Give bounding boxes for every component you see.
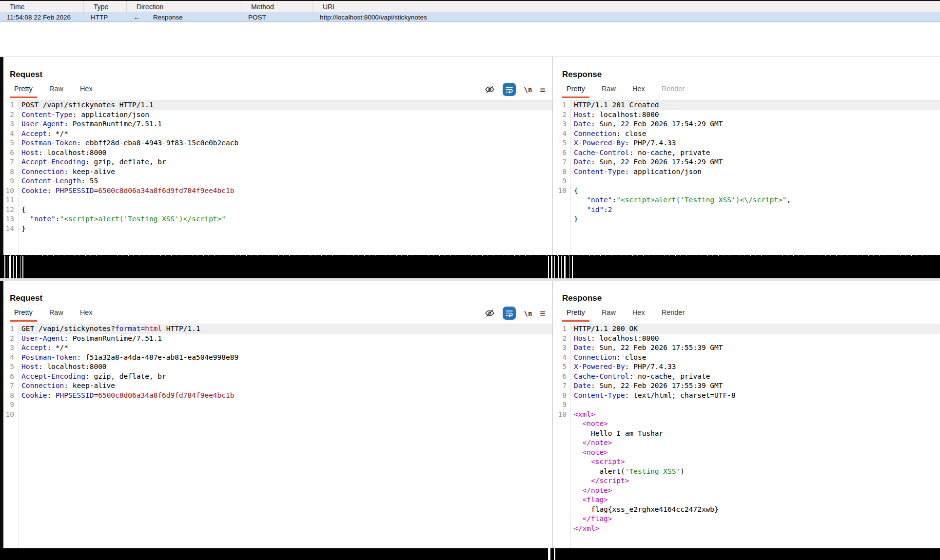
line-number: 10	[3, 186, 18, 196]
line-number: 10	[556, 186, 570, 196]
code-text: X-Powered-By: PHP/7.4.33	[570, 362, 940, 372]
request-response-splitter-bottom[interactable]	[552, 281, 553, 548]
editor-line: 4Connection: close	[556, 129, 940, 139]
response-editor[interactable]: 1HTTP/1.1 201 Created2Host: localhost:80…	[556, 100, 940, 255]
tab-hex[interactable]: Hex	[76, 306, 97, 322]
editor-line: 2User-Agent: PostmanRuntime/7.51.1	[3, 334, 552, 344]
tab-pretty[interactable]: Pretty	[562, 306, 589, 322]
column-header-time[interactable]: Time	[0, 1, 84, 13]
word-wrap-icon[interactable]	[503, 83, 516, 96]
panel-title: Request	[10, 293, 552, 303]
code-text: X-Powered-By: PHP/7.4.33	[570, 138, 940, 148]
code-text: Content-Type: application/json	[570, 167, 940, 177]
line-number: 8	[3, 167, 18, 177]
tab-pretty[interactable]: Pretty	[562, 82, 589, 98]
editor-line: Hello I am Tushar	[556, 429, 940, 439]
line-number: 8	[556, 167, 570, 177]
word-wrap-icon[interactable]	[503, 307, 516, 320]
line-number	[556, 524, 570, 534]
column-header-url[interactable]: URL	[313, 1, 940, 13]
editor-line: 11	[3, 195, 552, 205]
response-editor[interactable]: 1HTTP/1.1 200 OK2Host: localhost:80003Da…	[556, 324, 940, 548]
editor-line: 4Connection: close	[556, 353, 940, 363]
newline-marker-icon[interactable]: \n	[524, 86, 532, 94]
editor-line: 10<xml>	[556, 410, 940, 420]
code-text: </flag>	[570, 514, 940, 524]
tab-raw[interactable]: Raw	[597, 82, 620, 98]
redacted-band-bottom	[0, 548, 940, 560]
tab-raw[interactable]: Raw	[45, 82, 68, 98]
line-number: 12	[3, 205, 18, 215]
editor-line: 6Cache-Control: no-cache, private	[556, 372, 940, 382]
history-row-selected[interactable]: 11:54:08 22 Feb 2026 HTTP ← Response POS…	[0, 13, 940, 21]
top-response-panel: ResponsePrettyRawHexRender1HTTP/1.1 201 …	[556, 57, 940, 255]
tab-render: Render	[657, 82, 689, 98]
editor-line: </xml>	[556, 524, 940, 534]
line-number: 6	[556, 148, 570, 158]
editor-line: 3Date: Sun, 22 Feb 2026 17:54:29 GMT	[556, 119, 940, 129]
panel-title: Request	[10, 70, 552, 79]
request-editor[interactable]: 1GET /vapi/stickynotes?format=html HTTP/…	[3, 324, 552, 548]
code-text: Accept-Encoding: gzip, deflate, br	[18, 372, 552, 382]
cell-url: http://localhost:8000/vapi/stickynotes	[313, 14, 940, 21]
line-number: 2	[3, 110, 18, 120]
line-number: 5	[556, 362, 570, 372]
column-header-type[interactable]: Type	[84, 1, 127, 13]
line-number	[556, 457, 570, 467]
redacted-band-middle	[0, 255, 940, 278]
editor-tab-bar: PrettyRawHex\n≡	[3, 307, 552, 322]
editor-line: 7Connection: keep-alive	[3, 381, 552, 391]
editor-line: 3User-Agent: PostmanRuntime/7.51.1	[3, 119, 552, 129]
left-edge-strip-bottom	[0, 281, 3, 548]
editor-line: 13 "note":"<script>alert('Testing XSS')<…	[3, 214, 552, 224]
request-response-splitter-top[interactable]	[552, 57, 553, 255]
editor-line: 7Date: Sun, 22 Feb 2026 17:55:39 GMT	[556, 381, 940, 391]
code-text: <flag>	[570, 495, 940, 505]
code-text: Date: Sun, 22 Feb 2026 17:55:39 GMT	[570, 343, 940, 353]
code-text: "note":"<script>alert('Testing XSS')<\/s…	[570, 195, 940, 205]
line-number	[556, 505, 570, 515]
code-text: "id":2	[570, 205, 940, 215]
editor-line: 1POST /vapi/stickynotes HTTP/1.1	[3, 100, 552, 110]
code-text	[18, 195, 552, 205]
tab-raw[interactable]: Raw	[597, 306, 620, 322]
hide-nonprintable-icon[interactable]	[485, 308, 495, 318]
editor-menu-icon[interactable]: ≡	[540, 310, 546, 317]
line-number: 7	[556, 157, 570, 167]
editor-line: 1HTTP/1.1 201 Created	[556, 100, 940, 110]
editor-line: <note>	[556, 419, 940, 429]
column-header-direction[interactable]: Direction	[127, 1, 241, 13]
newline-marker-icon[interactable]: \n	[524, 309, 532, 317]
editor-line: 6Accept-Encoding: gzip, deflate, br	[3, 372, 552, 382]
line-number	[556, 448, 570, 458]
tab-render[interactable]: Render	[657, 306, 689, 322]
code-text	[570, 400, 940, 410]
tab-raw[interactable]: Raw	[45, 306, 68, 322]
code-text: Date: Sun, 22 Feb 2026 17:54:29 GMT	[570, 157, 940, 167]
editor-line: 3Accept: */*	[3, 343, 552, 353]
column-header-method[interactable]: Method	[241, 1, 313, 13]
editor-line: <script>	[556, 457, 940, 467]
code-text	[570, 176, 940, 186]
editor-menu-icon[interactable]: ≡	[540, 86, 546, 93]
tab-hex[interactable]: Hex	[628, 82, 649, 98]
line-number: 5	[3, 138, 18, 148]
line-number	[556, 514, 570, 524]
code-text: Cookie: PHPSESSID=6500c8d06a34a8f6d9fd78…	[18, 391, 552, 401]
editor-line: 6Cache-Control: no-cache, private	[556, 148, 940, 158]
tab-pretty[interactable]: Pretty	[10, 306, 37, 322]
request-editor[interactable]: 1POST /vapi/stickynotes HTTP/1.12Content…	[3, 100, 552, 255]
tab-hex[interactable]: Hex	[76, 82, 97, 98]
tab-pretty[interactable]: Pretty	[10, 82, 37, 98]
line-number: 4	[3, 129, 18, 139]
code-text: GET /vapi/stickynotes?format=html HTTP/1…	[18, 324, 552, 334]
line-number: 2	[556, 110, 570, 120]
tab-hex[interactable]: Hex	[628, 306, 649, 322]
editor-line: "note":"<script>alert('Testing XSS')<\/s…	[556, 195, 940, 205]
editor-line: 9	[556, 400, 940, 410]
code-text: Accept: */*	[18, 343, 552, 353]
line-number: 7	[556, 381, 570, 391]
hide-nonprintable-icon[interactable]	[485, 84, 495, 95]
line-number: 2	[3, 334, 18, 344]
editor-line: 10{	[556, 186, 940, 196]
